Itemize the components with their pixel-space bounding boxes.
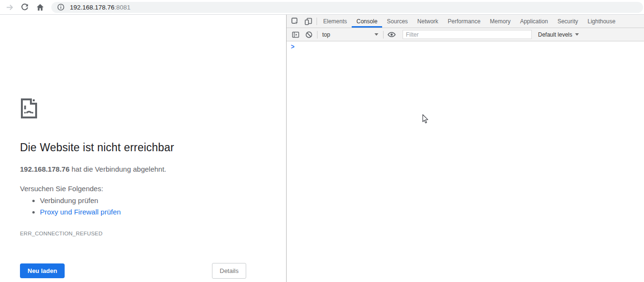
tab-console[interactable]: Console bbox=[352, 15, 382, 28]
clear-console-icon bbox=[305, 31, 313, 39]
error-message: 192.168.178.76 hat die Verbindung abgele… bbox=[20, 165, 246, 173]
toolbar-separator bbox=[317, 31, 317, 39]
error-message-host: 192.168.178.76 bbox=[20, 165, 69, 173]
toolbar-separator bbox=[317, 18, 317, 25]
log-levels-label: Default levels bbox=[538, 31, 572, 38]
browser-window: 192.168.178.76:8081 Die Website ist nich… bbox=[0, 0, 644, 282]
console-filter-input[interactable] bbox=[403, 30, 532, 39]
forward-arrow-icon bbox=[5, 3, 14, 12]
tab-application[interactable]: Application bbox=[515, 15, 553, 28]
reload-icon bbox=[20, 3, 29, 11]
url-port: :8081 bbox=[115, 4, 131, 11]
proxy-firewall-link[interactable]: Proxy und Firewall prüfen bbox=[40, 208, 121, 216]
home-button[interactable] bbox=[33, 0, 47, 14]
live-expression-button[interactable] bbox=[385, 30, 398, 39]
tab-lighthouse[interactable]: Lighthouse bbox=[583, 15, 620, 28]
address-bar[interactable]: 192.168.178.76:8081 bbox=[51, 2, 643, 13]
devtools-tabbar: Elements Console Sources Network Perform… bbox=[287, 15, 644, 28]
javascript-context-dropdown[interactable]: top bbox=[319, 28, 382, 41]
error-title: Die Website ist nicht erreichbar bbox=[20, 141, 246, 154]
browser-toolbar: 192.168.178.76:8081 bbox=[0, 0, 644, 15]
tab-sources[interactable]: Sources bbox=[382, 15, 413, 28]
console-prompt-row[interactable]: > bbox=[287, 41, 644, 50]
clear-console-button[interactable] bbox=[302, 31, 316, 39]
devtools-panel: Elements Console Sources Network Perform… bbox=[286, 15, 644, 282]
toolbar-separator bbox=[383, 31, 384, 39]
suggestion-check-connection: Verbindung prüfen bbox=[40, 195, 246, 206]
toggle-device-toolbar-icon bbox=[305, 18, 312, 25]
console-messages-area[interactable]: > bbox=[287, 41, 644, 282]
context-label: top bbox=[322, 31, 330, 38]
log-levels-dropdown[interactable]: Default levels bbox=[538, 31, 579, 38]
suggestions-list: Verbindung prüfen Proxy und Firewall prü… bbox=[20, 195, 246, 218]
content-area: Die Website ist nicht erreichbar 192.168… bbox=[0, 15, 644, 282]
suggestion-check-proxy-firewall: Proxy und Firewall prüfen bbox=[40, 206, 246, 218]
tab-elements[interactable]: Elements bbox=[318, 15, 352, 28]
error-code: ERR_CONNECTION_REFUSED bbox=[20, 231, 246, 236]
tab-performance[interactable]: Performance bbox=[443, 15, 485, 28]
console-prompt-chevron-icon: > bbox=[291, 43, 295, 50]
error-buttons-row: Neu laden Details bbox=[20, 263, 246, 279]
eye-icon bbox=[387, 30, 396, 39]
forward-button[interactable] bbox=[3, 0, 16, 14]
console-sidebar-icon bbox=[292, 31, 299, 39]
inspect-element-button[interactable] bbox=[288, 15, 302, 28]
error-message-rest: hat die Verbindung abgelehnt. bbox=[69, 165, 166, 173]
tab-memory[interactable]: Memory bbox=[485, 15, 515, 28]
console-toolbar: top Default levels bbox=[287, 28, 644, 41]
dropdown-caret-icon bbox=[575, 33, 579, 36]
details-button[interactable]: Details bbox=[212, 263, 246, 279]
home-icon bbox=[36, 3, 45, 12]
console-sidebar-button[interactable] bbox=[289, 31, 302, 39]
sad-file-icon bbox=[20, 97, 38, 119]
info-icon[interactable] bbox=[57, 3, 65, 11]
reload-button[interactable] bbox=[18, 0, 31, 14]
reload-page-button[interactable]: Neu laden bbox=[20, 263, 65, 278]
url-text[interactable]: 192.168.178.76:8081 bbox=[70, 4, 131, 11]
error-page: Die Website ist nicht erreichbar 192.168… bbox=[0, 15, 286, 282]
tab-security[interactable]: Security bbox=[553, 15, 583, 28]
suggestions-heading: Versuchen Sie Folgendes: bbox=[20, 185, 246, 193]
dropdown-caret-icon bbox=[375, 33, 378, 36]
tab-network[interactable]: Network bbox=[413, 15, 443, 28]
url-host: 192.168.178.76 bbox=[70, 4, 115, 11]
toggle-device-toolbar-button[interactable] bbox=[302, 15, 315, 28]
inspect-element-icon bbox=[291, 18, 299, 25]
